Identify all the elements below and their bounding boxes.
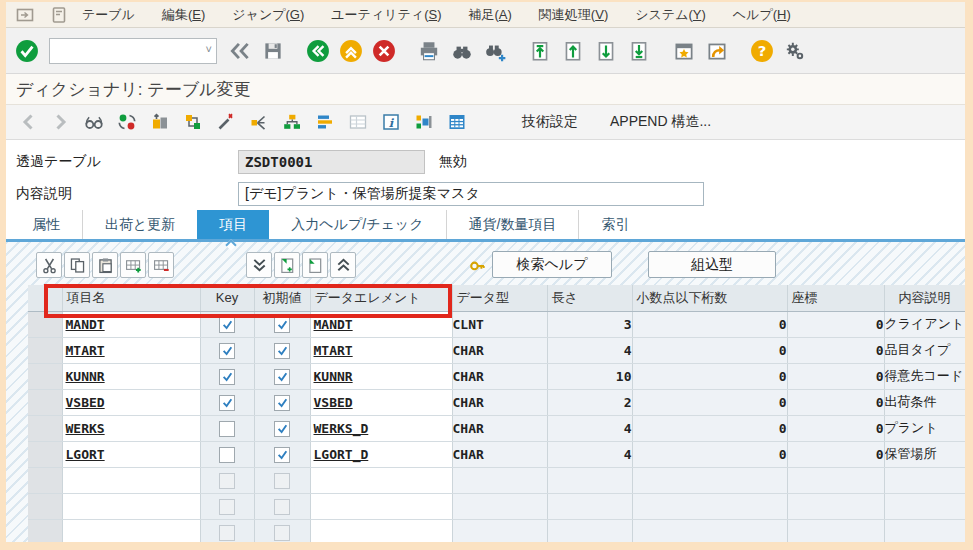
new-session-icon[interactable] [671,38,697,64]
field-name-link[interactable]: MANDT [63,317,200,332]
menu-item-補足[interactable]: 補足(A) [469,6,512,24]
scroll-bottom-icon[interactable] [246,252,272,278]
menu-item-関連処理[interactable]: 関連処理(V) [539,6,608,24]
insert-page-icon[interactable] [274,252,300,278]
copy-icon[interactable] [64,252,90,278]
help-icon[interactable]: ? [749,38,775,64]
data-element-cell[interactable]: LGORT_D [310,441,452,467]
cut-icon[interactable] [36,252,62,278]
tab-出荷と更新[interactable]: 出荷と更新 [82,210,197,239]
field-name-cell[interactable]: KUNNR [62,363,200,389]
field-name-cell[interactable]: LGORT [62,441,200,467]
append-structure-button[interactable]: APPEND 構造... [606,110,715,134]
find-icon[interactable] [449,38,475,64]
field-name-cell[interactable]: MTART [62,337,200,363]
display-change-icon[interactable] [115,110,139,134]
field-name-cell[interactable] [62,519,200,542]
delete-page-icon[interactable] [302,252,328,278]
field-name-link[interactable]: VSBED [63,395,200,410]
field-name-cell[interactable]: VSBED [62,389,200,415]
next-page-icon[interactable] [593,38,619,64]
checkbox-unchecked[interactable] [274,473,290,489]
hierarchy-icon[interactable] [280,110,304,134]
key-icon[interactable] [464,252,490,278]
checkbox-checked[interactable] [274,395,290,411]
checkbox-checked[interactable] [274,421,290,437]
back-icon[interactable] [305,38,331,64]
data-element-cell[interactable]: MTART [310,337,452,363]
check-icon[interactable] [214,110,238,134]
column-header-長さ[interactable]: 長さ [547,285,632,311]
description-field[interactable]: [デモ]プラント・保管場所提案マスタ [238,182,704,206]
save-icon[interactable] [260,38,286,64]
row-selector[interactable] [28,493,62,519]
data-element-link[interactable]: LGORT_D [311,447,452,462]
gui-menu-icon[interactable] [14,4,36,26]
collapse-icon[interactable] [227,38,253,64]
row-selector[interactable] [28,389,62,415]
spread-icon[interactable] [247,110,271,134]
column-header-データ型[interactable]: データ型 [452,285,547,311]
where-used-icon[interactable] [181,110,205,134]
data-element-cell[interactable] [310,467,452,493]
activate-icon[interactable] [148,110,172,134]
checkbox-checked[interactable] [219,369,235,385]
table-pale-icon[interactable] [346,110,370,134]
find-next-icon[interactable] [482,38,508,64]
data-element-cell[interactable] [310,493,452,519]
checkbox-unchecked[interactable] [219,447,235,463]
tab-項目[interactable]: 項目 [197,210,269,239]
checkbox-checked[interactable] [219,343,235,359]
checkbox-checked[interactable] [219,317,235,333]
checkbox-checked[interactable] [274,447,290,463]
screen-icon[interactable] [48,4,70,26]
column-header-座標[interactable]: 座標 [787,285,884,311]
checkbox-checked[interactable] [219,395,235,411]
previous-page-icon[interactable] [560,38,586,64]
row-selector[interactable] [28,337,62,363]
checkbox-unchecked[interactable] [219,499,235,515]
data-element-cell[interactable]: VSBED [310,389,452,415]
scroll-top-icon[interactable] [330,252,356,278]
last-page-icon[interactable] [626,38,652,64]
search-help-button[interactable]: 検索ヘルプ [492,251,612,278]
table-name-field[interactable]: ZSDT0001 [238,150,425,174]
nav-forward-icon[interactable] [49,110,73,134]
data-element-link[interactable]: MANDT [311,317,452,332]
tab-索引[interactable]: 索引 [578,210,651,239]
menu-item-編集[interactable]: 編集(E) [162,6,205,24]
builtin-type-button[interactable]: 組込型 [648,251,776,278]
cancel-icon[interactable] [371,38,397,64]
row-selector[interactable] [28,441,62,467]
tab-入力ヘルプ/チェック[interactable]: 入力ヘルプ/チェック [269,210,445,239]
field-name-link[interactable]: MTART [63,343,200,358]
field-name-cell[interactable] [62,467,200,493]
field-name-link[interactable]: WERKS [63,421,200,436]
first-page-icon[interactable] [527,38,553,64]
sort-icon[interactable] [313,110,337,134]
menu-item-ヘルプ[interactable]: ヘルプ(H) [733,6,791,24]
data-element-cell[interactable] [310,519,452,542]
nav-back-icon[interactable] [16,110,40,134]
checkbox-unchecked[interactable] [274,499,290,515]
checkbox-unchecked[interactable] [219,421,235,437]
field-name-cell[interactable]: WERKS [62,415,200,441]
field-name-link[interactable]: KUNNR [63,369,200,384]
data-element-cell[interactable]: WERKS_D [310,415,452,441]
data-element-link[interactable]: VSBED [311,395,452,410]
enter-icon[interactable] [14,38,40,64]
data-element-cell[interactable]: KUNNR [310,363,452,389]
print-icon[interactable] [416,38,442,64]
row-selector[interactable] [28,519,62,542]
table-contents-icon[interactable] [445,110,469,134]
checkbox-checked[interactable] [274,369,290,385]
checkbox-unchecked[interactable] [274,525,290,541]
create-shortcut-icon[interactable] [704,38,730,64]
checkbox-checked[interactable] [274,343,290,359]
delete-row-icon[interactable] [148,252,174,278]
db-utility-icon[interactable] [412,110,436,134]
row-selector[interactable] [28,467,62,493]
customize-layout-icon[interactable] [782,38,808,64]
checkbox-unchecked[interactable] [219,473,235,489]
column-header-小数点以下桁数[interactable]: 小数点以下桁数 [632,285,787,311]
